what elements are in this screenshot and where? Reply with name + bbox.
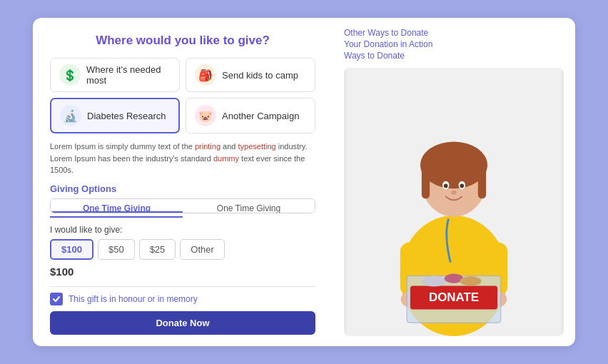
campaign-card-another[interactable]: 🐷 Another Campaign	[186, 98, 315, 133]
svg-point-18	[422, 275, 446, 286]
selected-amount: $100	[50, 266, 315, 278]
campaign-card-needed[interactable]: 💲 Where it's needed most	[50, 58, 180, 92]
svg-point-9	[460, 184, 464, 188]
svg-rect-4	[422, 165, 430, 198]
donate-button[interactable]: Donate Now	[50, 311, 315, 335]
svg-point-8	[444, 184, 448, 188]
right-panel: Other Ways to Donate Your Donation in Ac…	[333, 18, 575, 346]
campaign-grid: 💲 Where it's needed most 🎒 Send kids to …	[50, 58, 315, 133]
kids-icon: 🎒	[195, 64, 216, 86]
svg-point-3	[420, 141, 487, 188]
svg-point-10	[451, 191, 457, 195]
campaign-card-kids[interactable]: 🎒 Send kids to camp	[186, 58, 315, 92]
tab-one-time[interactable]: One Time Giving	[51, 199, 183, 213]
honour-row: This gift is in honour or in memory	[50, 293, 315, 305]
another-icon: 🐷	[195, 105, 216, 126]
svg-point-20	[460, 276, 481, 285]
left-panel: Where would you like to give? 💲 Where it…	[33, 18, 333, 346]
main-card: Where would you like to give? 💲 Where it…	[33, 18, 575, 346]
tab-recurring[interactable]: One Time Giving	[183, 199, 315, 213]
another-label: Another Campaign	[222, 111, 299, 121]
amount-25[interactable]: $25	[139, 239, 176, 260]
checkmark-icon	[52, 295, 61, 303]
giving-tabs: One Time Giving One Time Giving	[50, 198, 315, 214]
svg-text:DONATE: DONATE	[429, 290, 479, 304]
page-title: Where would you like to give?	[50, 34, 315, 48]
amount-100[interactable]: $100	[50, 239, 93, 260]
link-other-ways[interactable]: Other Ways to Donate	[344, 28, 432, 38]
needed-icon: 💲	[59, 64, 81, 86]
svg-rect-5	[478, 165, 486, 198]
campaign-card-diabetes[interactable]: 🔬 Diabetes Research	[50, 98, 180, 133]
honour-checkbox[interactable]	[50, 293, 63, 305]
tab-underline	[50, 216, 183, 218]
link-donation-action[interactable]: Your Donation in Action	[344, 39, 432, 49]
link-ways-donate[interactable]: Ways to Donate	[344, 51, 432, 61]
right-links: Other Ways to Donate Your Donation in Ac…	[344, 28, 432, 61]
amount-50[interactable]: $50	[98, 239, 135, 260]
lorem-text: Lorem Ipsum is simply dummy text of the …	[50, 141, 315, 176]
amount-buttons: $100 $50 $25 Other	[50, 239, 315, 260]
honour-label: This gift is in honour or in memory	[69, 294, 198, 304]
diabetes-icon: 🔬	[60, 105, 81, 126]
diabetes-label: Diabetes Research	[87, 111, 166, 121]
amount-other[interactable]: Other	[180, 239, 225, 260]
divider	[50, 286, 315, 287]
kids-label: Send kids to camp	[222, 70, 298, 81]
donate-image: DONATE	[344, 68, 564, 336]
give-label: I would like to give:	[50, 225, 315, 235]
needed-label: Where it's needed most	[86, 64, 171, 86]
giving-options-label: Giving Options	[50, 183, 315, 194]
